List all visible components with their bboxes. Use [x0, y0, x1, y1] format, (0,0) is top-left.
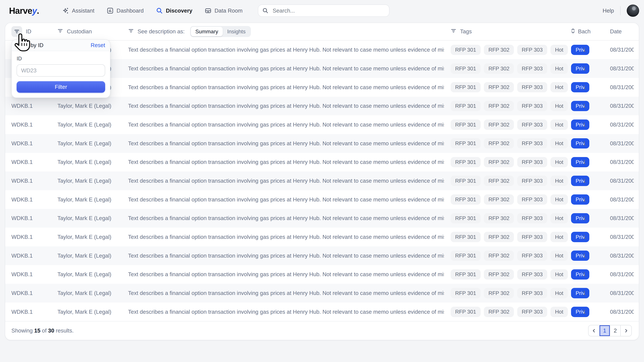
column-header-custodian: Custodian	[57, 28, 128, 35]
row-custodian: Taylor, Mark E (Legal)	[57, 196, 128, 203]
row-description: Text describes a financial option transa…	[128, 215, 444, 221]
row-description: Text describes a financial option transa…	[128, 271, 444, 278]
tag-pill: RFP 303	[517, 288, 547, 298]
tag-pill: RFP 302	[484, 251, 514, 261]
row-description: Text describes a financial option transa…	[128, 46, 444, 53]
column-header-label: Custodian	[67, 28, 92, 35]
row-batch: 1	[563, 309, 593, 315]
previous-page-button[interactable]	[588, 325, 599, 336]
table-row[interactable]: WDKB.1Taylor, Mark E (Legal)Text describ…	[5, 246, 639, 265]
table-row[interactable]: WDKB.1Taylor, Mark E (Legal)Text describ…	[5, 171, 639, 190]
table-row[interactable]: WDKB.1Taylor, Mark E (Legal)Text describ…	[5, 190, 639, 209]
tag-pill: RFP 303	[517, 101, 547, 111]
table-row[interactable]: WDKB.1Taylor, Mark E (Legal)Text describ…	[5, 153, 639, 172]
toggle-insights[interactable]: Insights	[223, 27, 250, 36]
row-description: Text describes a financial option transa…	[128, 84, 444, 90]
tag-pill: RFP 303	[517, 63, 547, 73]
harvey-logo[interactable]: Harvey.	[9, 6, 39, 16]
row-tags: RFP 301RFP 302RFP 303HotPriv	[444, 138, 563, 148]
tag-pill: RFP 301	[451, 63, 481, 73]
tag-pill: RFP 301	[451, 288, 481, 298]
tag-pill: RFP 301	[451, 232, 481, 242]
filter-submit-button[interactable]: Filter	[16, 81, 105, 93]
row-description: Text describes a financial option transa…	[128, 309, 444, 315]
tag-pill: RFP 302	[484, 232, 514, 242]
row-custodian: Taylor, Mark E (Legal)	[57, 290, 128, 296]
shown-count: 15	[34, 328, 40, 334]
column-header-batch: Bach	[563, 28, 593, 35]
row-id: WDKB.1	[12, 215, 57, 221]
row-date: 08/31/2001	[593, 215, 634, 221]
tag-pill: RFP 301	[451, 157, 481, 167]
discovery-page: { "nav": { "logo": {"text": "Harve", "ac…	[0, 0, 644, 362]
row-batch: 1	[563, 271, 593, 278]
table-row[interactable]: WDKB.1Taylor, Mark E (Legal)Text describ…	[5, 115, 639, 134]
help-link[interactable]: Help	[602, 7, 614, 14]
row-id: WDKB.1	[12, 178, 57, 184]
tag-pill: RFP 303	[517, 176, 547, 186]
column-header-description: See description as: Summary Insights	[128, 26, 444, 37]
row-tags: RFP 301RFP 302RFP 303HotPriv	[444, 63, 563, 73]
row-id: WDKB.1	[12, 290, 57, 296]
popover-header: Filter by ID Reset	[12, 40, 110, 51]
tag-pill: RFP 302	[484, 157, 514, 167]
tag-pill: RFP 301	[451, 251, 481, 261]
row-id: WDKB.1	[12, 309, 57, 315]
user-avatar[interactable]	[627, 4, 639, 17]
row-description: Text describes a financial option transa…	[128, 65, 444, 72]
nav-divider	[620, 6, 620, 15]
nav-item-data-room[interactable]: Data Room	[204, 7, 242, 14]
logo-period: .	[37, 6, 39, 15]
table-row[interactable]: WDKB.1Taylor, Mark E (Legal)Text describ…	[5, 265, 639, 284]
tag-pill: RFP 301	[451, 45, 481, 55]
row-tags: RFP 301RFP 302RFP 303HotPriv	[444, 119, 563, 130]
row-date: 08/31/2001	[593, 121, 634, 128]
table-row[interactable]: WDKB.1Taylor, Mark E (Legal)Text describ…	[5, 209, 639, 228]
popover-title: Filter by ID	[16, 42, 44, 48]
table-row[interactable]: WDKB.1Taylor, Mark E (Legal)Text describ…	[5, 228, 639, 246]
row-tags: RFP 301RFP 302RFP 303HotPriv	[444, 157, 563, 167]
tag-pill: RFP 303	[517, 157, 547, 167]
nav-item-label: Dashboard	[116, 7, 144, 14]
description-filter-icon[interactable]	[128, 28, 134, 35]
search-icon	[262, 7, 268, 14]
batch-sort-icon[interactable]	[570, 28, 576, 35]
row-custodian: Taylor, Mark E (Legal)	[57, 121, 128, 128]
nav-item-discovery[interactable]: Discovery	[156, 7, 192, 14]
row-date: 08/31/2001	[593, 103, 634, 109]
row-batch: 1	[563, 121, 593, 128]
tag-pill: RFP 303	[517, 213, 547, 223]
row-tags: RFP 301RFP 302RFP 303HotPriv	[444, 194, 563, 205]
reset-link[interactable]: Reset	[91, 42, 105, 48]
tags-filter-icon[interactable]	[451, 28, 456, 35]
toggle-summary[interactable]: Summary	[191, 27, 223, 36]
page-button-2[interactable]: 2	[610, 325, 620, 336]
table-row[interactable]: WDKB.1Taylor, Mark E (Legal)Text describ…	[5, 284, 639, 303]
table-row[interactable]: WDKB.1Taylor, Mark E (Legal)Text describ…	[5, 303, 639, 321]
row-description: Text describes a financial option transa…	[128, 196, 444, 203]
custodian-filter-icon[interactable]	[57, 28, 63, 35]
row-tags: RFP 301RFP 302RFP 303HotPriv	[444, 232, 563, 242]
global-search[interactable]	[258, 4, 390, 17]
table-row[interactable]: WDKB.1Taylor, Mark E (Legal)Text describ…	[5, 97, 639, 115]
next-page-button[interactable]	[620, 325, 632, 336]
tag-pill: RFP 301	[451, 138, 481, 148]
row-description: Text describes a financial option transa…	[128, 290, 444, 296]
tag-pill: RFP 303	[517, 269, 547, 280]
search-input[interactable]	[272, 7, 385, 14]
column-header-date: Date	[593, 28, 634, 35]
nav-item-dashboard[interactable]: Dashboard	[107, 7, 144, 14]
id-filter-button[interactable]	[12, 26, 22, 37]
page-button-1[interactable]: 1	[599, 325, 610, 336]
row-date: 08/31/2001	[593, 46, 634, 53]
column-header-label: ID	[26, 28, 31, 35]
id-filter-input[interactable]	[16, 64, 105, 77]
row-description: Text describes a financial option transa…	[128, 253, 444, 259]
id-field-label: ID	[16, 56, 105, 61]
nav-item-assistant[interactable]: Assistant	[62, 7, 94, 14]
row-tags: RFP 301RFP 302RFP 303HotPriv	[444, 176, 563, 186]
row-date: 08/31/2001	[593, 253, 634, 259]
row-date: 08/31/2001	[593, 84, 634, 90]
total-count: 30	[48, 328, 54, 334]
table-row[interactable]: WDKB.1Taylor, Mark E (Legal)Text describ…	[5, 134, 639, 153]
